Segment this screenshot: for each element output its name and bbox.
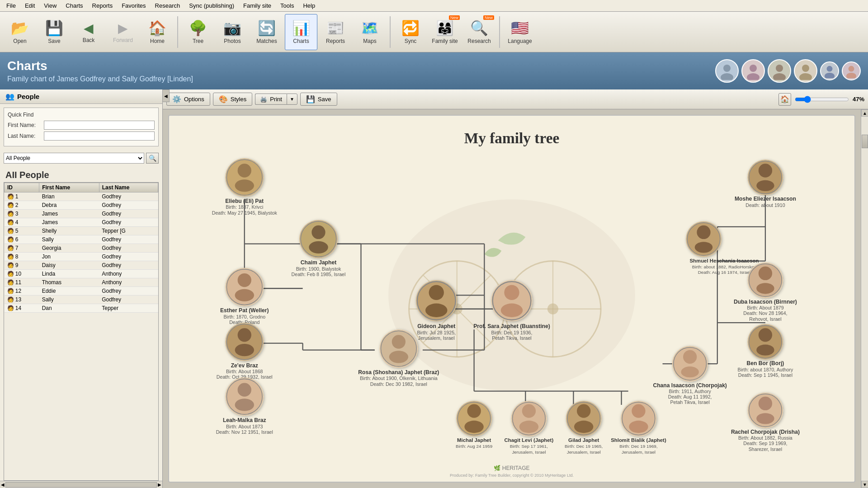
toolbar-forward-btn[interactable]: ▶ Forward (107, 14, 139, 50)
print-dropdown-arrow[interactable]: ▼ (287, 94, 297, 105)
options-button[interactable]: ⚙️ Options (166, 93, 210, 106)
svg-text:Birth: Dec 19 1965,: Birth: Dec 19 1965, (565, 444, 603, 449)
scroll-thumb-vertical[interactable] (862, 135, 868, 148)
person-icon: 🧑 (7, 253, 14, 260)
svg-text:Chaim Japhet: Chaim Japhet (301, 259, 336, 266)
toolbar-charts-btn[interactable]: 📊 Charts (285, 14, 317, 50)
svg-point-146 (759, 328, 772, 342)
scroll-up-arrow[interactable]: ▲ (861, 109, 868, 117)
svg-point-153 (756, 413, 774, 424)
scroll-right-arrow[interactable]: ▶ (158, 482, 161, 487)
col-last-name[interactable]: Last Name (99, 183, 158, 192)
table-row[interactable]: 🧑 1 Brian Godfrey (5, 192, 158, 201)
menu-research[interactable]: Research (151, 1, 185, 10)
table-row[interactable]: 🧑 6 Sally Godfrey (5, 235, 158, 244)
svg-text:Shmuel Heschania Isaacson: Shmuel Heschania Isaacson (690, 258, 759, 263)
col-first-name[interactable]: First Name (39, 183, 99, 192)
toolbar-photos-btn[interactable]: 📷 Photos (216, 14, 249, 50)
table-row[interactable]: 🧑 14 Dan Tepper (5, 304, 158, 313)
menu-charts[interactable]: Charts (61, 1, 87, 10)
avatar-4[interactable] (794, 59, 817, 83)
table-row[interactable]: 🧑 2 Debra Godfrey (5, 201, 158, 210)
avatar-3[interactable] (768, 59, 791, 83)
toolbar-family-site-label: Family site (432, 38, 458, 44)
table-row[interactable]: 🧑 12 Eddie Godfrey (5, 287, 158, 296)
people-tab[interactable]: 👥 People (0, 89, 162, 104)
scroll-track-vertical[interactable] (861, 117, 868, 481)
save-chart-button[interactable]: 💾 Save (300, 93, 337, 106)
svg-text:Birth: 1900, Bialystok: Birth: 1900, Bialystok (296, 266, 341, 272)
panel-collapse-btn[interactable]: ◀ (162, 89, 170, 102)
toolbar-back-btn[interactable]: ◀ Back (72, 14, 105, 50)
chart-toolbar: ⚙️ Options 🎨 Styles 🖨️ Print ▼ 💾 Save 🏠 (163, 89, 868, 109)
menu-reports[interactable]: Reports (88, 1, 118, 10)
horizontal-scrollbar[interactable]: ◀ ▶ (0, 481, 162, 488)
search-button[interactable]: 🔍 (146, 153, 159, 164)
table-row[interactable]: 🧑 10 Linda Anthony (5, 270, 158, 278)
toolbar-save-btn[interactable]: 💾 Save (38, 14, 71, 50)
table-row[interactable]: 🧑 13 Sally Godfrey (5, 296, 158, 304)
menu-family-site[interactable]: Family site (239, 1, 276, 10)
toolbar-open-btn[interactable]: 📂 Open (4, 14, 36, 50)
menu-file[interactable]: File (2, 1, 20, 10)
print-button[interactable]: 🖨️ Print (255, 94, 287, 105)
cell-first-name: Sally (39, 296, 99, 304)
col-id[interactable]: ID (5, 183, 39, 192)
table-row[interactable]: 🧑 3 James Godfrey (5, 210, 158, 218)
styles-button[interactable]: 🎨 Styles (213, 93, 252, 106)
toolbar-sync-btn[interactable]: 🔁 Sync (394, 14, 427, 50)
menu-tools[interactable]: Tools (276, 1, 298, 10)
table-row[interactable]: 🧑 5 Shelly Tepper [G (5, 227, 158, 235)
menu-view[interactable]: View (39, 1, 61, 10)
cell-first-name: Linda (39, 270, 99, 278)
menu-help[interactable]: Help (298, 1, 320, 10)
toolbar-research-btn[interactable]: New 🔍 Research (463, 14, 495, 50)
person-icon: 🧑 (7, 219, 14, 225)
avatar-1[interactable] (715, 59, 739, 83)
toolbar-home-btn[interactable]: 🏠 Home (141, 14, 174, 50)
zoom-home-button[interactable]: 🏠 (778, 93, 791, 106)
table-row[interactable]: 🧑 9 Daisy Godfrey (5, 261, 158, 270)
menu-favorites[interactable]: Favorites (117, 1, 150, 10)
table-row[interactable]: 🧑 4 James Godfrey (5, 218, 158, 227)
header-area: Charts Family chart of James Godfrey and… (0, 52, 868, 89)
right-scrollbar: ▲ ▼ (861, 109, 868, 488)
cell-last-name: Godfrey (99, 261, 158, 270)
scroll-down-arrow[interactable]: ▼ (861, 481, 868, 488)
cell-id: 🧑 1 (5, 192, 39, 201)
svg-point-127 (695, 242, 712, 253)
toolbar-matches-btn[interactable]: 🔄 Matches (250, 14, 283, 50)
toolbar-maps-btn[interactable]: 🗺️ Maps (354, 14, 386, 50)
save-chart-label: Save (318, 96, 331, 103)
avatar-2[interactable] (741, 59, 765, 83)
person-icon: 🧑 (7, 262, 14, 268)
table-row[interactable]: 🧑 7 Georgia Godfrey (5, 244, 158, 253)
toolbar-family-site-btn[interactable]: New 👨‍👩‍👧 Family site (429, 14, 461, 50)
scroll-track[interactable] (5, 482, 157, 488)
menu-sync[interactable]: Sync (publishing) (184, 1, 239, 10)
avatar-5[interactable] (820, 61, 839, 80)
menu-edit[interactable]: Edit (20, 1, 39, 10)
table-row[interactable]: 🧑 8 Jon Godfrey (5, 253, 158, 261)
charts-icon: 📊 (292, 19, 310, 37)
svg-point-152 (759, 397, 772, 410)
cell-last-name: Tepper [G (99, 227, 158, 235)
toolbar-tree-btn[interactable]: 🌳 Tree (182, 14, 214, 50)
toolbar-language-btn[interactable]: 🇺🇸 Language (504, 14, 536, 50)
cell-id: 🧑 10 (5, 270, 39, 278)
print-btn-group: 🖨️ Print ▼ (255, 94, 297, 105)
header-avatars (715, 59, 861, 83)
save-chart-icon: 💾 (306, 95, 315, 103)
toolbar-reports-btn[interactable]: 📰 Reports (319, 14, 352, 50)
first-name-input[interactable] (44, 121, 155, 130)
people-table[interactable]: ID First Name Last Name 🧑 1 Brian Godfre… (4, 182, 159, 481)
chart-canvas[interactable]: My family tree (163, 109, 861, 488)
scroll-left-arrow[interactable]: ◀ (1, 482, 5, 487)
last-name-input[interactable] (44, 131, 155, 141)
zoom-slider[interactable] (795, 96, 849, 103)
people-filter-select[interactable]: All People (4, 153, 144, 164)
cell-last-name: Tepper (99, 304, 158, 313)
table-row[interactable]: 🧑 11 Thomas Anthony (5, 278, 158, 287)
avatar-6[interactable] (842, 61, 861, 80)
toolbar-matches-label: Matches (256, 38, 277, 44)
